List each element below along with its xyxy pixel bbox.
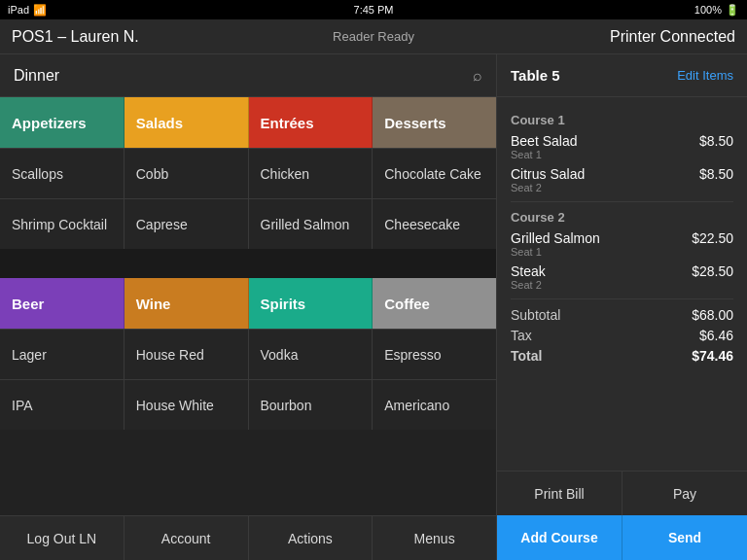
category-entrees[interactable]: Entrées bbox=[249, 97, 374, 148]
category-wine-label: Wine bbox=[136, 296, 171, 312]
subtotal-label: Subtotal bbox=[511, 307, 560, 323]
total-label: Total bbox=[511, 348, 542, 364]
tax-value: $6.46 bbox=[699, 328, 733, 343]
order-totals: Subtotal $68.00 Tax $6.46 Total $74.46 bbox=[511, 307, 733, 364]
order-item-grilled-salmon: Grilled Salmon Seat 1 $22.50 bbox=[511, 230, 733, 258]
drink-menu-block: Beer Wine Spirits Coffee Lager bbox=[0, 278, 496, 430]
item-house-red[interactable]: House Red bbox=[124, 330, 249, 379]
print-bill-button[interactable]: Print Bill bbox=[497, 472, 622, 515]
wifi-icon: 📶 bbox=[33, 4, 47, 17]
item-caprese[interactable]: Caprese bbox=[124, 199, 249, 249]
left-panel: Dinner ⌕ Appetizers Salads Entrées bbox=[0, 54, 496, 560]
subtotal-value: $68.00 bbox=[692, 307, 733, 323]
category-entrees-label: Entrées bbox=[261, 115, 314, 131]
menus-button[interactable]: Menus bbox=[373, 516, 496, 560]
logout-button[interactable]: Log Out LN bbox=[0, 516, 124, 560]
category-salads[interactable]: Salads bbox=[124, 97, 249, 148]
item-espresso[interactable]: Espresso bbox=[373, 330, 496, 379]
status-bar-left: iPad 📶 bbox=[8, 4, 47, 17]
item-scallops[interactable]: Scallops bbox=[0, 149, 124, 198]
category-beer[interactable]: Beer bbox=[0, 278, 124, 329]
edit-items-button[interactable]: Edit Items bbox=[677, 68, 733, 83]
totals-divider bbox=[511, 298, 733, 299]
category-desserts-label: Desserts bbox=[384, 115, 445, 131]
item-seat-citrus-salad: Seat 2 bbox=[511, 182, 699, 193]
tax-row: Tax $6.46 bbox=[511, 328, 733, 343]
search-icon[interactable]: ⌕ bbox=[473, 67, 482, 85]
drink-items-row-2: IPA House White Bourbon Americano bbox=[0, 379, 496, 430]
item-chicken[interactable]: Chicken bbox=[249, 149, 374, 198]
menu-title: Dinner bbox=[14, 67, 59, 85]
course-divider bbox=[511, 201, 733, 202]
food-menu-block: Appetizers Salads Entrées Desserts Scall… bbox=[0, 97, 496, 249]
item-house-white[interactable]: House White bbox=[124, 380, 249, 430]
item-price-steak: $28.50 bbox=[692, 263, 733, 279]
right-header: Table 5 Edit Items bbox=[497, 54, 747, 97]
drink-items-row-1: Lager House Red Vodka Espresso bbox=[0, 329, 496, 379]
pos-label: POS1 – Lauren N. bbox=[12, 28, 139, 46]
category-wine[interactable]: Wine bbox=[124, 278, 249, 329]
reader-status: Reader Ready bbox=[333, 29, 414, 44]
item-name-grilled-salmon: Grilled Salmon bbox=[511, 230, 692, 246]
category-appetizers-label: Appetizers bbox=[12, 115, 87, 131]
table-title: Table 5 bbox=[511, 67, 560, 84]
account-button[interactable]: Account bbox=[124, 516, 249, 560]
total-value: $74.46 bbox=[692, 348, 733, 364]
item-lager[interactable]: Lager bbox=[0, 330, 124, 379]
item-cheesecake[interactable]: Cheesecake bbox=[373, 199, 496, 249]
item-grilled-salmon[interactable]: Grilled Salmon bbox=[249, 199, 374, 249]
tax-label: Tax bbox=[511, 328, 532, 343]
category-salads-label: Salads bbox=[136, 115, 183, 131]
device-label: iPad bbox=[8, 4, 29, 16]
food-category-row: Appetizers Salads Entrées Desserts bbox=[0, 97, 496, 148]
category-coffee[interactable]: Coffee bbox=[373, 278, 496, 329]
order-item-citrus-salad: Citrus Salad Seat 2 $8.50 bbox=[511, 166, 733, 193]
right-bottom: Add Course Send bbox=[497, 515, 747, 560]
right-panel: Table 5 Edit Items Course 1 Beet Salad S… bbox=[496, 54, 747, 560]
item-name-citrus-salad: Citrus Salad bbox=[511, 166, 699, 182]
category-desserts[interactable]: Desserts bbox=[373, 97, 496, 148]
printer-status: Printer Connected bbox=[610, 28, 735, 46]
pay-button[interactable]: Pay bbox=[622, 472, 747, 515]
add-course-button[interactable]: Add Course bbox=[497, 515, 622, 560]
category-coffee-label: Coffee bbox=[384, 296, 430, 312]
send-button[interactable]: Send bbox=[622, 515, 747, 560]
header-bar: POS1 – Lauren N. Reader Ready Printer Co… bbox=[0, 19, 747, 54]
order-item-steak: Steak Seat 2 $28.50 bbox=[511, 263, 733, 291]
total-row: Total $74.46 bbox=[511, 348, 733, 364]
category-beer-label: Beer bbox=[12, 296, 44, 312]
item-ipa[interactable]: IPA bbox=[0, 380, 124, 430]
status-bar: iPad 📶 7:45 PM 100% 🔋 bbox=[0, 0, 747, 19]
category-spirits[interactable]: Spirits bbox=[249, 278, 374, 329]
section-divider bbox=[0, 249, 496, 278]
battery-label: 100% bbox=[694, 4, 722, 16]
main-layout: Dinner ⌕ Appetizers Salads Entrées bbox=[0, 54, 747, 560]
battery-icon: 🔋 bbox=[726, 4, 739, 17]
item-vodka[interactable]: Vodka bbox=[249, 330, 374, 379]
order-item-beet-salad: Beet Salad Seat 1 $8.50 bbox=[511, 133, 733, 160]
drink-category-row: Beer Wine Spirits Coffee bbox=[0, 278, 496, 329]
order-content: Course 1 Beet Salad Seat 1 $8.50 Citrus … bbox=[497, 97, 747, 471]
bottom-bar: Log Out LN Account Actions Menus bbox=[0, 515, 496, 560]
course-2-header: Course 2 bbox=[511, 210, 733, 225]
course-1-header: Course 1 bbox=[511, 113, 733, 127]
item-seat-grilled-salmon: Seat 1 bbox=[511, 246, 692, 258]
item-price-citrus-salad: $8.50 bbox=[699, 166, 733, 182]
item-name-beet-salad: Beet Salad bbox=[511, 133, 699, 149]
category-appetizers[interactable]: Appetizers bbox=[0, 97, 124, 148]
item-americano[interactable]: Americano bbox=[373, 380, 496, 430]
status-bar-time: 7:45 PM bbox=[354, 4, 394, 16]
left-content: Appetizers Salads Entrées Desserts Scall… bbox=[0, 97, 496, 515]
right-actions: Print Bill Pay bbox=[497, 471, 747, 515]
item-bourbon[interactable]: Bourbon bbox=[249, 380, 374, 430]
item-cobb[interactable]: Cobb bbox=[124, 149, 249, 198]
status-bar-right: 100% 🔋 bbox=[694, 4, 739, 17]
item-price-grilled-salmon: $22.50 bbox=[692, 230, 733, 246]
item-shrimp-cocktail[interactable]: Shrimp Cocktail bbox=[0, 199, 124, 249]
item-seat-steak: Seat 2 bbox=[511, 279, 692, 291]
subtotal-row: Subtotal $68.00 bbox=[511, 307, 733, 323]
category-spirits-label: Spirits bbox=[261, 296, 306, 312]
item-seat-beet-salad: Seat 1 bbox=[511, 149, 699, 160]
actions-button[interactable]: Actions bbox=[249, 516, 374, 560]
item-chocolate-cake[interactable]: Chocolate Cake bbox=[373, 149, 496, 198]
